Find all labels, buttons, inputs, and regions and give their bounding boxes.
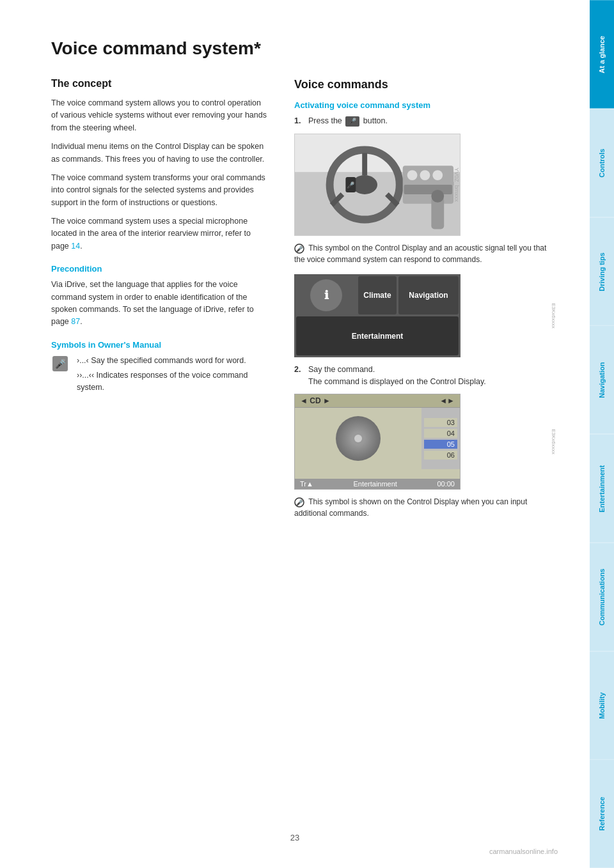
- left-column: The concept The voice command system all…: [51, 78, 269, 528]
- symbol-list: 🎤 ›...‹ Say the specified commands word …: [51, 355, 269, 401]
- precondition-text: Via iDrive, set the language that applie…: [51, 279, 269, 329]
- climate-menu-diagram: Climate ℹ Navigation Entertainment: [294, 274, 460, 357]
- step-1: 1. Press the 🎤 button.: [294, 115, 551, 127]
- cd-content: 03 04 05 06: [295, 408, 460, 469]
- svg-point-17: [431, 190, 444, 203]
- svg-text:🎤: 🎤: [295, 499, 304, 507]
- voice-commands-heading: Voice commands: [294, 78, 551, 91]
- entertainment-cell: Entertainment: [296, 316, 459, 355]
- sidebar: At a glance Controls Driving tips Naviga…: [590, 0, 614, 868]
- caption-1: 🎤 This symbol on the Control Display and…: [294, 242, 551, 265]
- cd-display-diagram: ◄ CD ► ◄► 03 04 05 06: [294, 394, 460, 490]
- svg-text:🎤: 🎤: [347, 181, 355, 189]
- steering-wheel-diagram: 🎤 YV0Z_bmxxx: [294, 134, 460, 236]
- cd-track-05: 05: [424, 440, 457, 449]
- cd-bottom-bar: Tr▲ Entertainment 00:00: [295, 479, 460, 489]
- caption-2-text: This symbol is shown on the Control Disp…: [294, 497, 527, 518]
- cd-bottom-left: Tr▲: [300, 480, 313, 488]
- cd-nav-right: ◄►: [439, 396, 455, 405]
- svg-text:🎤: 🎤: [295, 245, 304, 253]
- concept-para-1: The voice command system allows you to c…: [51, 97, 269, 134]
- symbols-heading: Symbols in Owner's Manual: [51, 340, 269, 350]
- voice-command-icon: 🎤: [51, 355, 69, 373]
- cd-disc: [336, 416, 381, 461]
- svg-point-12: [407, 170, 418, 180]
- caption-2: 🎤 This symbol is shown on the Control Di…: [294, 496, 551, 519]
- cd-circle-area: [295, 408, 421, 469]
- step-1-num: 1.: [294, 115, 304, 127]
- navigation-cell: Navigation: [398, 276, 459, 315]
- step-2-text: Say the command.The command is displayed…: [308, 364, 486, 388]
- cd-track-04: 04: [424, 429, 457, 438]
- sidebar-tab-at-a-glance[interactable]: At a glance: [590, 0, 614, 109]
- sidebar-tab-controls[interactable]: Controls: [590, 109, 614, 217]
- voice-symbol-2: 🎤: [294, 497, 304, 508]
- cd-top-bar: ◄ CD ► ◄►: [295, 394, 460, 408]
- concept-heading: The concept: [51, 78, 269, 89]
- symbol-text-block: ›...‹ Say the specified commands word fo…: [77, 355, 269, 401]
- voice-button-icon: 🎤: [345, 116, 359, 127]
- steering-wheel-svg: 🎤: [295, 134, 460, 236]
- cd-track-03: 03: [424, 418, 457, 427]
- step-2-num: 2.: [294, 364, 304, 388]
- cd-bottom-center: Entertainment: [353, 480, 397, 488]
- step-2: 2. Say the command.The command is displa…: [294, 364, 551, 388]
- svg-point-13: [420, 170, 430, 180]
- page-number: 23: [290, 833, 299, 842]
- cd-bottom-right: 00:00: [437, 480, 455, 488]
- main-content: Voice command system* The concept The vo…: [0, 0, 590, 868]
- svg-point-14: [432, 170, 443, 180]
- symbol-item-1: 🎤 ›...‹ Say the specified commands word …: [51, 355, 269, 401]
- concept-para-2: Individual menu items on the Control Dis…: [51, 141, 269, 166]
- svg-rect-15: [404, 185, 452, 194]
- activating-heading: Activating voice command system: [294, 100, 551, 110]
- climate-cell: Climate: [358, 276, 397, 315]
- cd-disc-center: [354, 435, 362, 442]
- sidebar-tab-driving-tips[interactable]: Driving tips: [590, 217, 614, 326]
- cd-track-06: 06: [424, 451, 457, 460]
- page-link-14[interactable]: 14: [71, 242, 80, 251]
- symbol-text-1: ›...‹ Say the specified commands word fo…: [77, 355, 269, 367]
- center-info-cell: ℹ: [310, 279, 342, 311]
- cd-tracks: 03 04 05 06: [421, 408, 460, 469]
- svg-text:🎤: 🎤: [55, 359, 67, 369]
- right-column: Voice commands Activating voice command …: [294, 78, 551, 528]
- voice-symbol-1: 🎤: [294, 244, 304, 254]
- sidebar-tab-navigation[interactable]: Navigation: [590, 325, 614, 434]
- watermark: carmanualsonline.info: [489, 848, 558, 855]
- sidebar-tab-entertainment[interactable]: Entertainment: [590, 434, 614, 543]
- concept-para-4: The voice command system uses a special …: [51, 215, 269, 252]
- sidebar-tab-reference[interactable]: Reference: [590, 759, 614, 868]
- diagram-label-2: E3Kx6xxxx: [551, 303, 557, 329]
- page-link-87[interactable]: 87: [71, 317, 80, 326]
- diagram-label-3: E3Kx6xxxx: [551, 429, 557, 454]
- caption-1-text: This symbol on the Control Display and a…: [294, 244, 546, 264]
- symbol-text-2: ››...‹‹ Indicates responses of the voice…: [77, 369, 269, 394]
- page-title: Voice command system*: [51, 38, 551, 59]
- two-column-layout: The concept The voice command system all…: [51, 78, 551, 528]
- sidebar-tab-mobility[interactable]: Mobility: [590, 651, 614, 760]
- cd-nav-left: ◄ CD ►: [300, 396, 331, 405]
- step-1-text: Press the 🎤 button.: [308, 115, 388, 127]
- concept-para-3: The voice command system transforms your…: [51, 172, 269, 209]
- sidebar-tab-communications[interactable]: Communications: [590, 543, 614, 651]
- diagram-label-1: YV0Z_bmxxx: [453, 167, 460, 202]
- precondition-heading: Precondition: [51, 264, 269, 274]
